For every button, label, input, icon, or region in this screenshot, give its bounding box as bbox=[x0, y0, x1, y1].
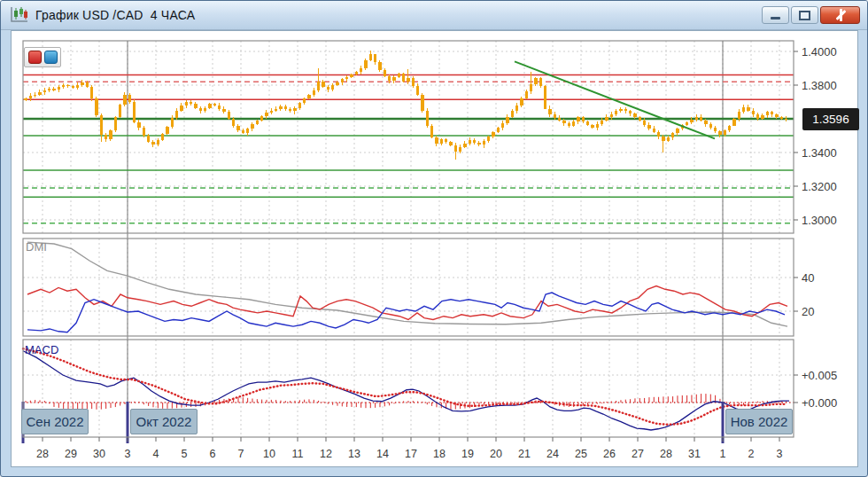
svg-text:+0.005: +0.005 bbox=[802, 369, 837, 382]
dmi-panel-label: DMI bbox=[26, 240, 47, 254]
svg-text:40: 40 bbox=[802, 271, 814, 285]
svg-text:+0.000: +0.000 bbox=[802, 396, 837, 410]
svg-text:31: 31 bbox=[688, 448, 701, 460]
svg-text:7: 7 bbox=[238, 448, 244, 460]
svg-text:3: 3 bbox=[125, 448, 131, 460]
svg-text:30: 30 bbox=[93, 448, 105, 460]
dmi-lines bbox=[27, 242, 787, 332]
svg-text:14: 14 bbox=[376, 448, 389, 460]
svg-text:29: 29 bbox=[65, 448, 77, 460]
svg-text:13: 13 bbox=[348, 448, 360, 460]
month-label-oct: Окт 2022 bbox=[130, 409, 198, 434]
month-label-sep: Сен 2022 bbox=[21, 409, 89, 434]
svg-text:10: 10 bbox=[263, 448, 275, 460]
svg-text:26: 26 bbox=[603, 448, 616, 460]
svg-text:6: 6 bbox=[210, 448, 216, 460]
svg-text:1.3800: 1.3800 bbox=[802, 79, 837, 92]
svg-text:1.3000: 1.3000 bbox=[802, 214, 837, 227]
svg-text:25: 25 bbox=[575, 448, 587, 460]
svg-text:28: 28 bbox=[660, 448, 672, 460]
chart-canvas[interactable]: 1.40001.38001.34001.32001.30004020+0.005… bbox=[1, 1, 868, 477]
svg-text:2: 2 bbox=[748, 448, 755, 460]
svg-text:5: 5 bbox=[182, 448, 188, 460]
red-square-button[interactable] bbox=[28, 51, 42, 64]
svg-text:19: 19 bbox=[461, 448, 474, 460]
candles bbox=[24, 51, 787, 160]
svg-text:20: 20 bbox=[490, 448, 502, 460]
chart-window: График USD /CAD 4 ЧАСА 1.40001.38001.340… bbox=[0, 0, 868, 477]
chart-toolbar bbox=[24, 47, 61, 67]
macd-panel-label: MACD bbox=[25, 343, 58, 356]
svg-text:17: 17 bbox=[405, 448, 417, 460]
svg-text:20: 20 bbox=[802, 305, 814, 318]
current-price-badge: 1.3596 bbox=[802, 108, 859, 130]
svg-text:1.3200: 1.3200 bbox=[802, 180, 837, 193]
price-levels bbox=[23, 75, 794, 223]
svg-text:1.3400: 1.3400 bbox=[802, 146, 837, 160]
svg-text:28: 28 bbox=[36, 448, 49, 460]
month-label-nov: Нов 2022 bbox=[725, 409, 793, 434]
svg-text:3: 3 bbox=[777, 448, 783, 460]
svg-text:1.4000: 1.4000 bbox=[802, 45, 837, 59]
svg-text:18: 18 bbox=[433, 448, 446, 460]
svg-text:4: 4 bbox=[153, 448, 159, 460]
svg-text:27: 27 bbox=[632, 448, 644, 460]
svg-text:11: 11 bbox=[292, 448, 304, 460]
svg-text:24: 24 bbox=[546, 448, 559, 460]
svg-text:1: 1 bbox=[720, 448, 726, 460]
svg-text:21: 21 bbox=[518, 448, 531, 460]
panel-borders bbox=[23, 41, 794, 437]
blue-square-button[interactable] bbox=[44, 51, 58, 64]
svg-text:12: 12 bbox=[320, 448, 332, 460]
